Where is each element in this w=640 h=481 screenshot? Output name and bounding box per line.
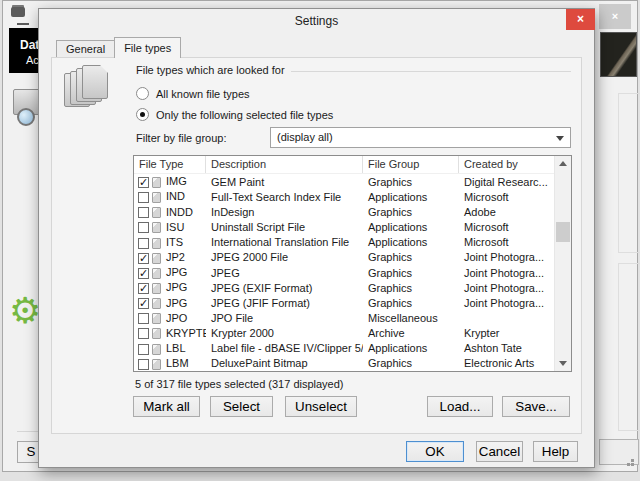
table-row[interactable]: ✓JP2JPEG 2000 FileGraphicsJoint Photogra… <box>134 250 554 265</box>
radio-label: All known file types <box>156 88 250 100</box>
file-icon <box>152 313 161 324</box>
row-checkbox[interactable]: ✓ <box>138 283 149 294</box>
file-type-name: JPO <box>166 312 187 324</box>
close-icon[interactable]: × <box>566 9 595 30</box>
chevron-down-icon <box>556 136 564 141</box>
group-box-header: File types which are looked for <box>136 64 571 76</box>
tab-file-types[interactable]: File types <box>114 37 181 58</box>
file-types-tab-page: File types which are looked for All know… <box>51 57 582 434</box>
table-row[interactable]: ITSInternational Translation FileApplica… <box>134 235 554 250</box>
file-type-name: KRYPTER <box>166 327 206 339</box>
column-header-description[interactable]: Description <box>206 156 363 173</box>
background-panel-text: Dat <box>20 38 39 52</box>
gear-icon: ⚙ <box>9 293 41 329</box>
file-icon <box>152 207 161 218</box>
file-icon <box>152 298 161 309</box>
file-icon <box>152 238 161 249</box>
background-panel-text: Ac <box>26 54 39 66</box>
selection-status-text: 5 of 317 file types selected (317 displa… <box>135 378 344 390</box>
radio-icon[interactable] <box>136 87 149 100</box>
file-icon <box>152 268 161 279</box>
filter-by-file-group-label: Filter by file group: <box>136 132 226 144</box>
row-checkbox[interactable]: ✓ <box>138 253 149 264</box>
file-type-name: ISU <box>166 221 184 233</box>
vertical-scrollbar[interactable] <box>554 156 571 371</box>
select-button[interactable]: Select <box>210 396 273 417</box>
background-partial-button[interactable] <box>599 439 639 465</box>
file-icon <box>152 222 161 233</box>
unselect-button[interactable]: Unselect <box>285 396 357 417</box>
tab-bar: General File types <box>56 37 181 58</box>
row-checkbox[interactable]: ✓ <box>138 298 149 309</box>
dropdown-value: (display all) <box>277 131 333 143</box>
file-type-name: LBM <box>166 357 189 369</box>
table-row[interactable]: INDDInDesignGraphicsAdobe <box>134 204 554 219</box>
scroll-down-icon[interactable] <box>555 356 571 371</box>
column-header-file-group[interactable]: File Group <box>363 156 459 173</box>
row-checkbox[interactable]: ✓ <box>138 268 149 279</box>
row-checkbox[interactable] <box>138 359 149 370</box>
cancel-button[interactable]: Cancel <box>476 441 523 462</box>
app-icon <box>11 7 25 17</box>
row-checkbox[interactable] <box>138 328 149 339</box>
file-type-name: IMG <box>166 175 187 187</box>
table-row[interactable]: LBMDeluxePaint BitmapGraphicsElectronic … <box>134 356 554 371</box>
radio-all-known-file-types[interactable]: All known file types <box>136 87 250 100</box>
table-row[interactable]: KRYPTERKrypter 2000ArchiveKrypter <box>134 326 554 341</box>
file-type-name: JP2 <box>166 251 185 263</box>
table-row[interactable]: ✓JPGJPEG (EXIF Format)GraphicsJoint Phot… <box>134 280 554 295</box>
table-header: File Type Description File Group Created… <box>134 156 571 174</box>
row-checkbox[interactable] <box>138 238 149 249</box>
radio-only-selected-file-types[interactable]: Only the following selected file types <box>136 108 333 121</box>
table-row[interactable]: ISUUninstall Script FileApplicationsMicr… <box>134 219 554 234</box>
radio-label: Only the following selected file types <box>156 109 333 121</box>
tab-general[interactable]: General <box>56 40 115 58</box>
file-icon <box>152 359 161 370</box>
table-row[interactable]: INDFull-Text Search Index FileApplicatio… <box>134 189 554 204</box>
file-type-list: ✓IMGGEM PaintGraphicsDigital Researc...I… <box>134 174 554 371</box>
radio-icon-selected[interactable] <box>136 108 149 121</box>
file-type-name: IND <box>166 190 185 202</box>
file-icon <box>152 253 161 264</box>
row-checkbox[interactable]: ✓ <box>138 177 149 188</box>
resize-grip[interactable] <box>627 463 630 466</box>
file-type-name: JPG <box>166 266 187 278</box>
background-group-border <box>618 263 640 431</box>
background-group-border <box>618 93 640 253</box>
row-checkbox[interactable] <box>138 192 149 203</box>
row-checkbox[interactable] <box>138 344 149 355</box>
row-checkbox[interactable] <box>138 207 149 218</box>
row-checkbox[interactable] <box>138 222 149 233</box>
table-row[interactable]: LBLLabel file - dBASE IV/Clipper 5/dB...… <box>134 341 554 356</box>
scrollbar-thumb[interactable] <box>556 222 570 242</box>
file-types-table: File Type Description File Group Created… <box>133 155 572 372</box>
file-type-name: LBL <box>166 342 186 354</box>
file-type-name: JPG <box>166 297 187 309</box>
file-icon <box>152 283 161 294</box>
ok-button[interactable]: OK <box>406 441 464 462</box>
save-button[interactable]: Save... <box>502 396 570 417</box>
file-icon <box>152 192 161 203</box>
help-button[interactable]: Help <box>533 441 578 462</box>
group-box-title: File types which are looked for <box>136 64 285 76</box>
file-icon <box>152 344 161 355</box>
scroll-up-icon[interactable] <box>555 156 571 171</box>
file-group-dropdown[interactable]: (display all) <box>270 127 571 148</box>
row-checkbox[interactable] <box>138 313 149 324</box>
background-close-icon[interactable]: × <box>599 4 631 29</box>
table-row[interactable]: ✓IMGGEM PaintGraphicsDigital Researc... <box>134 174 554 189</box>
mark-all-button[interactable]: Mark all <box>133 396 200 417</box>
file-icon <box>152 177 161 188</box>
column-header-file-type[interactable]: File Type <box>134 156 206 173</box>
file-type-name: INDD <box>166 206 193 218</box>
file-type-name: ITS <box>166 236 183 248</box>
dialog-title: Settings <box>39 14 594 28</box>
file-stack-icon <box>64 65 114 113</box>
file-icon <box>152 328 161 339</box>
load-button[interactable]: Load... <box>427 396 493 417</box>
table-row[interactable]: ✓JPGJPEG (JFIF Format)GraphicsJoint Phot… <box>134 295 554 310</box>
table-row[interactable]: JPOJPO FileMiscellaneous <box>134 310 554 325</box>
file-type-name: JPG <box>166 281 187 293</box>
settings-dialog: Settings × General File types File types… <box>38 8 595 468</box>
table-row[interactable]: ✓JPGJPEGGraphicsJoint Photogra... <box>134 265 554 280</box>
